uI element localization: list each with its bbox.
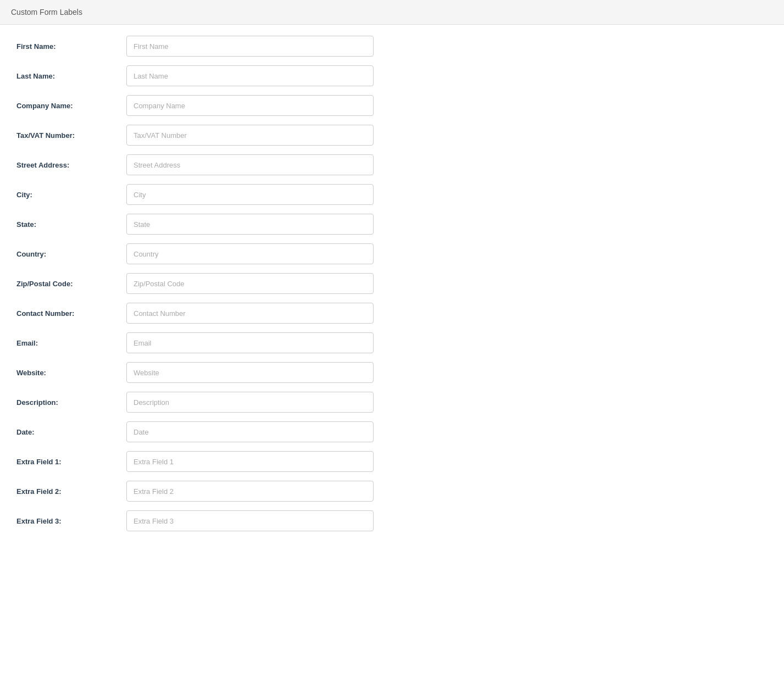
label-extra-field-2: Extra Field 2: [16,487,126,496]
input-first-name[interactable] [126,36,374,57]
label-extra-field-3: Extra Field 3: [16,517,126,525]
label-city: City: [16,191,126,199]
input-contact-number[interactable] [126,303,374,324]
page-title: Custom Form Labels [11,8,82,16]
label-last-name: Last Name: [16,72,126,80]
input-email[interactable] [126,332,374,353]
form-row-zip-postal-code: Zip/Postal Code: [16,273,768,294]
form-row-email: Email: [16,332,768,353]
label-first-name: First Name: [16,42,126,51]
input-extra-field-1[interactable] [126,451,374,472]
form-container: First Name:Last Name:Company Name:Tax/VA… [0,25,784,551]
form-row-state: State: [16,214,768,235]
input-zip-postal-code[interactable] [126,273,374,294]
form-row-extra-field-3: Extra Field 3: [16,510,768,531]
input-website[interactable] [126,362,374,383]
label-zip-postal-code: Zip/Postal Code: [16,280,126,288]
label-contact-number: Contact Number: [16,309,126,318]
page-header: Custom Form Labels [0,0,784,25]
form-row-first-name: First Name: [16,36,768,57]
input-country[interactable] [126,243,374,264]
form-row-company-name: Company Name: [16,95,768,116]
label-email: Email: [16,339,126,347]
form-row-street-address: Street Address: [16,154,768,175]
input-street-address[interactable] [126,154,374,175]
label-tax-vat-number: Tax/VAT Number: [16,131,126,140]
form-row-website: Website: [16,362,768,383]
label-website: Website: [16,369,126,377]
label-state: State: [16,220,126,229]
label-company-name: Company Name: [16,102,126,110]
form-row-contact-number: Contact Number: [16,303,768,324]
input-state[interactable] [126,214,374,235]
form-row-last-name: Last Name: [16,65,768,86]
input-tax-vat-number[interactable] [126,125,374,146]
form-row-date: Date: [16,421,768,442]
input-date[interactable] [126,421,374,442]
form-row-extra-field-1: Extra Field 1: [16,451,768,472]
form-row-city: City: [16,184,768,205]
label-date: Date: [16,428,126,436]
form-row-country: Country: [16,243,768,264]
input-description[interactable] [126,392,374,413]
label-country: Country: [16,250,126,258]
input-last-name[interactable] [126,65,374,86]
input-city[interactable] [126,184,374,205]
label-extra-field-1: Extra Field 1: [16,458,126,466]
form-row-description: Description: [16,392,768,413]
form-row-tax-vat-number: Tax/VAT Number: [16,125,768,146]
label-street-address: Street Address: [16,161,126,169]
input-extra-field-2[interactable] [126,481,374,502]
input-company-name[interactable] [126,95,374,116]
label-description: Description: [16,398,126,407]
form-row-extra-field-2: Extra Field 2: [16,481,768,502]
input-extra-field-3[interactable] [126,510,374,531]
